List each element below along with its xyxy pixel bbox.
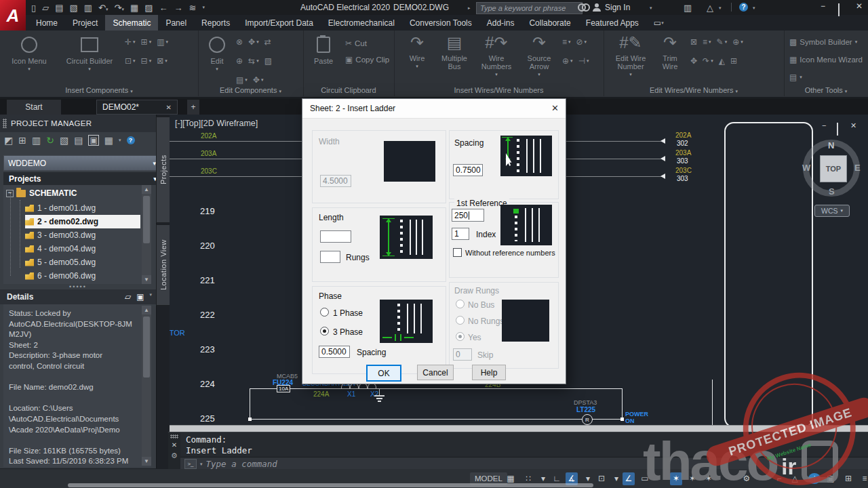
lamp-tag-label[interactable]: LT225 — [576, 406, 595, 413]
ground-symbol[interactable] — [378, 401, 381, 402]
workspace-switching-icon[interactable]: ⚙ — [741, 472, 753, 485]
save-as-icon[interactable]: ▧ — [69, 3, 77, 13]
details-doc-icon[interactable]: ▱ — [125, 292, 131, 302]
tree-scrollbar[interactable]: ▲ ▼ — [142, 185, 151, 284]
command-history[interactable]: Command: Insert Ladder — [186, 434, 252, 456]
panel-label-edit-components[interactable]: Edit Components ▾ — [198, 86, 303, 94]
command-grip-icon[interactable] — [170, 434, 178, 439]
icon-menu-wizard-button[interactable]: ▦ Icon Menu Wizard — [789, 55, 863, 64]
details-preview-icon[interactable]: ▣ — [136, 292, 144, 302]
rung-number[interactable]: 224 — [200, 379, 215, 389]
flip-wire-number-icon[interactable]: ◭ — [719, 56, 725, 66]
project-help-icon[interactable]: ? — [127, 136, 135, 144]
move-attribute-icon[interactable]: ✥▾ — [253, 75, 264, 85]
ground-symbol[interactable] — [374, 395, 384, 396]
collapse-icon[interactable]: − — [6, 190, 14, 197]
ref-number-label[interactable]: 302 — [677, 140, 688, 147]
help-caret-icon[interactable]: ▾ — [753, 5, 755, 11]
minimize-button[interactable]: − — [821, 1, 825, 11]
restore-button[interactable] — [838, 3, 840, 16]
tab-project[interactable]: Project — [65, 15, 105, 30]
ribbon-display-toggle-icon[interactable]: ▭ ▾ — [646, 15, 671, 30]
wire-arrow-icon[interactable]: ↷▾ — [703, 56, 713, 66]
plot-icon[interactable]: ▦ — [104, 135, 113, 146]
viewport-controls[interactable]: [-][Top][2D Wireframe] — [175, 119, 258, 128]
scroll-up-icon[interactable]: ▲ — [142, 185, 151, 194]
a360-caret-icon[interactable]: ▾ — [719, 5, 722, 11]
object-snap-icon[interactable]: ⊡ — [595, 472, 608, 485]
edit-wire-number-button[interactable]: #✎ Edit Wire Number▾ — [609, 34, 652, 79]
file-tab-start[interactable]: Start — [7, 100, 61, 115]
trim-wire-button[interactable]: ↷ Trim Wire — [655, 34, 685, 70]
command-input-row[interactable]: >_ ▾ Type a command — [180, 457, 868, 470]
projects-section-header[interactable]: Projects ▾ — [3, 172, 162, 185]
tree-item-demo02-selected[interactable]: 2 - demo02.dwg — [25, 215, 140, 228]
align-icon[interactable]: ⇆▾ — [248, 56, 259, 66]
back-arrow-icon[interactable]: ← — [159, 3, 167, 13]
circuit-wire-right[interactable] — [622, 388, 623, 419]
motor-label[interactable]: MOTOR — [170, 329, 185, 337]
switch-tag-label[interactable]: DPSTA3 — [574, 399, 597, 406]
tab-reports[interactable]: Reports — [194, 15, 237, 30]
file-tab-close-icon[interactable]: ✕ — [166, 104, 172, 111]
terminal-label-x1[interactable]: X1 — [347, 390, 355, 398]
paste-button[interactable]: Paste — [309, 34, 338, 65]
copy-component-icon[interactable]: ⊕ — [236, 56, 243, 66]
polar-caret-icon[interactable]: ▾ — [582, 472, 594, 485]
help-icon[interactable]: ? — [739, 3, 748, 12]
autoscale-icon[interactable]: ✶ — [686, 472, 698, 485]
project-manager-header[interactable]: PROJECT MANAGER — [0, 115, 156, 132]
polar-tracking-icon[interactable]: ∡ — [566, 472, 578, 485]
wire-gap-icon[interactable]: ⊣▾ — [578, 56, 589, 66]
palette-grip-icon[interactable] — [3, 119, 7, 128]
sign-in-caret-icon[interactable]: ▾ — [650, 5, 652, 11]
tab-import-export-data[interactable]: Import/Export Data — [237, 15, 321, 30]
side-tab-projects[interactable]: Projects — [156, 117, 170, 223]
three-phase-radio[interactable] — [320, 327, 329, 336]
units-icon[interactable]: △ — [789, 472, 801, 485]
command-input-placeholder[interactable]: Type a command — [206, 459, 277, 469]
viewcube-top-face[interactable]: TOP — [820, 155, 847, 182]
forward-arrow-icon[interactable]: → — [174, 3, 182, 13]
qat-dropdown-icon[interactable]: ▾ — [202, 5, 205, 10]
grid-display-icon[interactable]: ▦ — [505, 472, 517, 485]
clean-screen-icon[interactable]: ⊞ — [842, 472, 854, 485]
panel-label-edit-wires[interactable]: Edit Wires/Wire Numbers ▾ — [604, 86, 784, 94]
first-reference-input[interactable]: 250 — [452, 209, 484, 222]
customization-menu-icon[interactable]: ≡ — [859, 472, 868, 485]
circuit-wire-top[interactable] — [250, 388, 622, 389]
source-arrow-symbol[interactable] — [660, 174, 665, 179]
info-icon[interactable]: i — [808, 473, 821, 484]
ref-number-label[interactable]: 303 — [677, 157, 688, 165]
wire-number-label[interactable]: 203A — [201, 150, 216, 157]
tab-panel[interactable]: Panel — [158, 15, 194, 30]
details-header[interactable]: Details ▱ ▣ ▾ — [0, 289, 156, 304]
wire-node[interactable] — [620, 418, 624, 421]
wire-button[interactable]: ↷ Wire▾ — [401, 34, 433, 70]
publish-icon[interactable]: ▤ — [74, 135, 83, 146]
rung-number[interactable]: 219 — [200, 206, 215, 216]
wire-type-icon[interactable]: ⊕▾ — [732, 37, 743, 47]
cut-button[interactable]: ✂ Cut — [345, 39, 367, 48]
project-wide-update-icon[interactable]: ▧ — [60, 135, 68, 146]
annotation-visibility-icon[interactable]: ✶ — [670, 472, 682, 485]
viewcube-east[interactable]: E — [854, 163, 861, 173]
tab-add-ins[interactable]: Add-ins — [479, 15, 522, 30]
tab-conversion-tools[interactable]: Conversion Tools — [402, 15, 479, 30]
insert-balloon-icon[interactable]: ⊟▾ — [141, 56, 152, 66]
without-reference-numbers-label[interactable]: Without reference numbers — [465, 249, 555, 257]
wire-number-label[interactable]: 202A — [201, 132, 216, 140]
print-icon[interactable]: ▦ — [130, 3, 138, 13]
wire-node[interactable] — [248, 418, 252, 421]
tree-item-demo01[interactable]: 1 - demo01.dwg — [25, 201, 140, 215]
snap-caret-icon[interactable]: ▾ — [537, 472, 549, 485]
project-task-icon[interactable]: ▥ — [32, 135, 41, 146]
cable-marker-icon[interactable]: ⊘▾ — [576, 37, 587, 47]
wcs-dropdown[interactable]: WCS▾ — [814, 205, 850, 217]
delete-wire-number-icon[interactable]: ⊠ — [690, 37, 697, 47]
lineweight-icon[interactable]: ▭ — [639, 472, 651, 485]
icon-menu-button[interactable]: Icon Menu▾ — [7, 34, 52, 73]
ok-button[interactable]: OK — [366, 365, 401, 382]
symbol-builder-button[interactable]: ▩ Symbol Builder▾ — [789, 37, 857, 47]
fuse-rating-label[interactable]: 10A — [277, 385, 290, 392]
